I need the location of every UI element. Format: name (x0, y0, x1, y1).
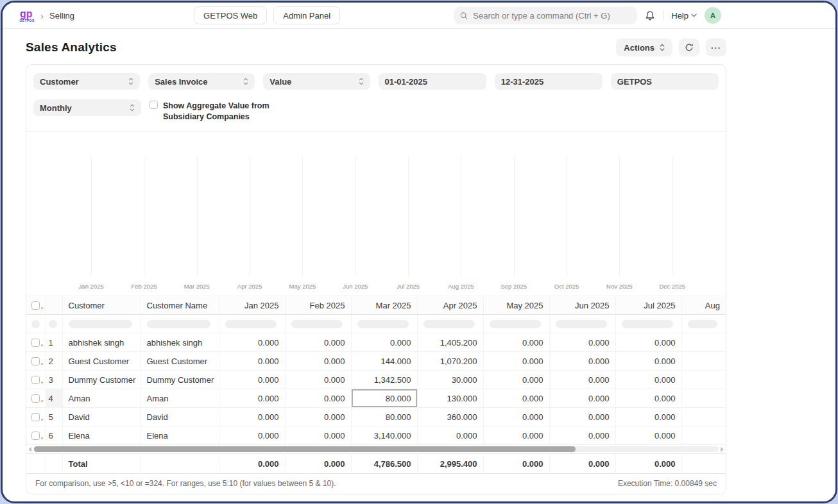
aug-cell[interactable] (681, 371, 726, 389)
column-filter-input[interactable] (688, 320, 718, 328)
value-cell[interactable]: 0.000 (219, 389, 285, 408)
value-cell[interactable]: 0.000 (549, 426, 615, 445)
value-cell[interactable]: 130.000 (417, 389, 483, 408)
value-cell[interactable]: 3,140.000 (351, 426, 417, 445)
aggregate-checkbox[interactable] (150, 101, 158, 109)
admin-panel-button[interactable]: Admin Panel (273, 6, 340, 24)
customer-name-cell[interactable]: abhishek singh (141, 333, 219, 352)
value-cell[interactable]: 0.000 (615, 408, 681, 426)
value-cell[interactable]: 0.000 (615, 333, 681, 352)
value-cell[interactable]: 0.000 (483, 333, 549, 352)
value-cell[interactable]: 0.000 (549, 352, 615, 371)
to-date-field[interactable]: 12-31-2025 (495, 73, 603, 90)
row-index[interactable]: 2 (46, 352, 62, 371)
column-header-jun-2025[interactable]: Jun 2025 (549, 296, 615, 315)
breadcrumb-selling[interactable]: Selling (49, 11, 74, 21)
column-filter-input[interactable] (225, 320, 277, 328)
scroll-left-arrow-icon[interactable] (28, 447, 31, 452)
value-cell[interactable]: 80.000 (351, 408, 417, 426)
row-index[interactable]: 4 (46, 389, 62, 408)
customer-name-cell[interactable]: David (141, 408, 219, 426)
value-cell[interactable]: 0.000 (549, 389, 615, 408)
customer-cell[interactable]: Elena (62, 426, 141, 445)
value-cell[interactable]: 0.000 (615, 371, 681, 389)
value-cell[interactable]: 0.000 (219, 371, 285, 389)
value-cell[interactable]: 144.000 (351, 352, 417, 371)
column-filter-input[interactable] (357, 320, 409, 328)
value-cell[interactable]: 0.000 (549, 408, 615, 426)
column-filter-input[interactable] (31, 320, 40, 328)
row-checkbox[interactable] (31, 339, 40, 347)
aug-cell[interactable] (681, 352, 726, 371)
value-cell[interactable]: 80.000 (351, 389, 417, 408)
horizontal-scrollbar[interactable] (26, 445, 726, 453)
customer-cell[interactable]: abhishek singh (62, 333, 141, 352)
value-cell[interactable]: 0.000 (417, 426, 483, 445)
value-cell[interactable]: 0.000 (483, 389, 549, 408)
search-input[interactable] (473, 11, 631, 21)
customer-name-cell[interactable]: Aman (141, 389, 219, 408)
notifications-button[interactable] (645, 10, 655, 21)
row-checkbox[interactable] (31, 376, 40, 384)
select-all-checkbox[interactable] (31, 301, 40, 310)
value-cell[interactable]: 0.000 (615, 389, 681, 408)
scrollbar-track[interactable] (33, 446, 719, 452)
aug-cell[interactable] (681, 389, 726, 408)
column-filter-input[interactable] (622, 320, 673, 328)
column-header-customer-name[interactable]: Customer Name (141, 296, 219, 315)
value-cell[interactable]: 0.000 (483, 352, 549, 371)
from-date-field[interactable]: 01-01-2025 (379, 73, 486, 90)
row-checkbox[interactable] (31, 413, 40, 421)
scroll-right-arrow-icon[interactable] (721, 447, 724, 452)
customer-cell[interactable]: David (62, 408, 141, 426)
column-header-customer[interactable]: Customer (62, 296, 141, 315)
value-cell[interactable]: 0.000 (219, 352, 285, 371)
getpos-web-button[interactable]: GETPOS Web (194, 6, 267, 24)
menu-button[interactable] (706, 38, 726, 56)
help-menu[interactable]: Help (671, 11, 697, 21)
column-header-feb-2025[interactable]: Feb 2025 (285, 296, 351, 315)
column-filter-input[interactable] (291, 320, 343, 328)
value-cell[interactable]: 0.000 (615, 426, 681, 445)
value-quantity-select[interactable]: Value (263, 73, 370, 90)
column-filter-input[interactable] (49, 320, 57, 328)
company-field[interactable]: GETPOS (611, 73, 719, 90)
row-checkbox[interactable] (31, 357, 40, 365)
column-filter-input[interactable] (423, 320, 475, 328)
value-cell[interactable]: 360.000 (417, 408, 483, 426)
value-cell[interactable]: 0.000 (219, 408, 285, 426)
value-cell[interactable]: 0.000 (351, 333, 417, 352)
row-checkbox[interactable] (31, 394, 40, 403)
value-cell[interactable]: 0.000 (483, 371, 549, 389)
customer-name-cell[interactable]: Dummy Customer (141, 371, 219, 389)
column-header-aug[interactable]: Aug (681, 296, 726, 315)
column-header-may-2025[interactable]: May 2025 (483, 296, 549, 315)
refresh-button[interactable] (679, 38, 699, 56)
value-cell[interactable]: 0.000 (219, 426, 285, 445)
aug-cell[interactable] (681, 333, 726, 352)
value-cell[interactable]: 0.000 (483, 426, 549, 445)
brand-logo[interactable]: gp GETPOS (19, 8, 35, 22)
aug-cell[interactable] (681, 408, 726, 426)
value-cell[interactable]: 0.000 (285, 352, 351, 371)
value-cell[interactable]: 0.000 (549, 371, 615, 389)
value-cell[interactable]: 0.000 (219, 333, 285, 352)
row-index[interactable]: 5 (46, 408, 62, 426)
range-select[interactable]: Monthly (33, 99, 141, 116)
value-cell[interactable]: 0.000 (483, 408, 549, 426)
column-filter-input[interactable] (490, 320, 541, 328)
tree-type-select[interactable]: Customer (33, 73, 140, 90)
column-header-mar-2025[interactable]: Mar 2025 (351, 296, 417, 315)
row-index[interactable]: 1 (46, 333, 62, 352)
column-filter-input[interactable] (556, 320, 607, 328)
customer-cell[interactable]: Dummy Customer (62, 371, 141, 389)
column-filter-input[interactable] (147, 320, 210, 328)
value-cell[interactable]: 0.000 (285, 408, 351, 426)
value-cell[interactable]: 0.000 (285, 333, 351, 352)
value-cell[interactable]: 0.000 (549, 333, 615, 352)
value-cell[interactable]: 0.000 (285, 371, 351, 389)
column-header-jan-2025[interactable]: Jan 2025 (219, 296, 285, 315)
doctype-select[interactable]: Sales Invoice (148, 73, 255, 90)
global-search[interactable] (454, 6, 637, 24)
value-cell[interactable]: 0.000 (285, 389, 351, 408)
